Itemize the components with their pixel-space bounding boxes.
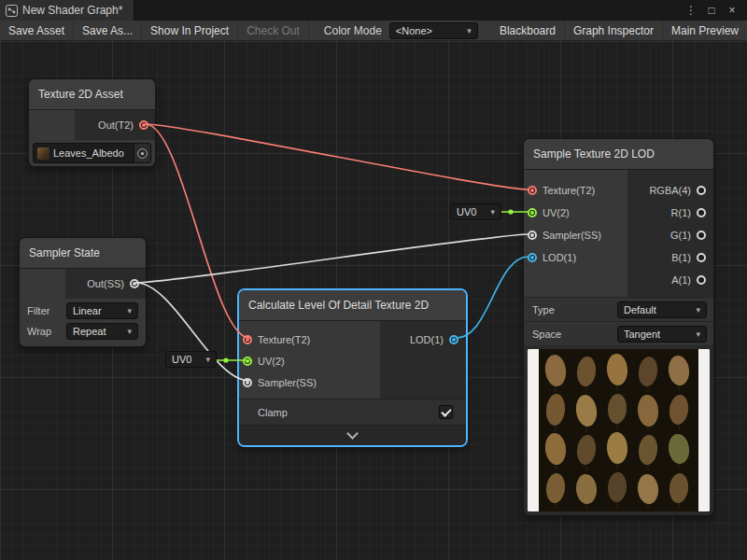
save-as-button[interactable]: Save As... <box>74 21 142 41</box>
type-dropdown[interactable]: Default <box>617 301 707 318</box>
texture-output-port[interactable] <box>139 120 148 130</box>
sampler-input-port[interactable] <box>528 231 537 240</box>
texture-input-port[interactable] <box>528 186 537 195</box>
object-picker-icon <box>137 148 148 159</box>
a-output-port[interactable] <box>697 275 706 285</box>
node-sampler-state[interactable]: Sampler State Out(SS) Filter Linear Wrap… <box>19 237 147 347</box>
blackboard-button[interactable]: Blackboard <box>491 21 565 41</box>
rgba-output-port[interactable] <box>697 186 706 195</box>
title-bar: New Shader Graph* ⋮ □ × <box>0 0 747 21</box>
out-t2-label: Out(T2) <box>98 119 134 131</box>
node-texture-2d-asset[interactable]: Texture 2D Asset Out(T2) Leaves_Albedo <box>28 78 156 167</box>
texture-input-label: Texture(T2) <box>543 185 595 196</box>
graph-inspector-button[interactable]: Graph Inspector <box>565 21 663 41</box>
lod-output-label: LOD(1) <box>410 334 444 345</box>
main-preview-button[interactable]: Main Preview <box>663 21 747 41</box>
filter-dropdown[interactable]: Linear <box>66 302 138 319</box>
texture-input-port[interactable] <box>243 335 252 344</box>
sampler-input-port[interactable] <box>243 378 252 387</box>
node-expander[interactable] <box>239 425 466 445</box>
check-out-button[interactable]: Check Out <box>238 21 309 41</box>
rgba-output-label: RGBA(4) <box>649 185 691 196</box>
clamp-checkbox[interactable] <box>439 405 453 419</box>
texture-input-label: Texture(T2) <box>258 334 310 345</box>
node-title[interactable]: Sample Texture 2D LOD <box>524 139 713 170</box>
close-icon[interactable]: × <box>723 1 741 20</box>
g-output-label: G(1) <box>670 230 691 241</box>
node-sample-texture-2d-lod[interactable]: Sample Texture 2D LOD Texture(T2) UV(2) … <box>523 138 714 516</box>
save-asset-button[interactable]: Save Asset <box>0 21 74 41</box>
wrap-dropdown[interactable]: Repeat <box>66 323 138 340</box>
window-menu-icon[interactable]: ⋮ <box>682 1 700 20</box>
sampler-input-label: Sampler(SS) <box>543 230 601 241</box>
maximize-icon[interactable]: □ <box>702 1 721 20</box>
color-mode-label: Color Mode <box>309 24 389 37</box>
uv-input-label: UV(2) <box>258 356 285 367</box>
texture-thumbnail-icon <box>37 147 49 160</box>
lod-input-label: LOD(1) <box>543 252 576 263</box>
texture-object-name: Leaves_Albedo <box>53 147 134 159</box>
node-title[interactable]: Sampler State <box>20 238 146 269</box>
r-output-port[interactable] <box>697 208 706 217</box>
b-output-port[interactable] <box>697 253 706 262</box>
show-in-project-button[interactable]: Show In Project <box>142 21 238 41</box>
sampler-output-port[interactable] <box>130 279 139 288</box>
texture-object-field[interactable]: Leaves_Albedo <box>33 143 151 163</box>
uv-channel-dropdown-calc[interactable]: UV0 <box>165 351 217 368</box>
g-output-port[interactable] <box>697 231 706 240</box>
node-title[interactable]: Calculate Level Of Detail Texture 2D <box>239 290 466 321</box>
node-title[interactable]: Texture 2D Asset <box>29 79 155 110</box>
sampler-input-label: Sampler(SS) <box>258 377 317 388</box>
filter-label: Filter <box>27 305 66 316</box>
node-calculate-lod-texture-2d[interactable]: Calculate Level Of Detail Texture 2D Tex… <box>238 289 467 446</box>
uv-input-label: UV(2) <box>543 207 570 218</box>
color-mode-dropdown[interactable]: <None> <box>389 22 478 39</box>
space-label: Space <box>532 329 617 340</box>
window-title: New Shader Graph* <box>22 4 122 17</box>
lod-output-port[interactable] <box>449 335 458 344</box>
wrap-label: Wrap <box>27 326 66 337</box>
shader-graph-icon <box>6 5 18 17</box>
b-output-label: B(1) <box>671 252 691 263</box>
a-output-label: A(1) <box>671 274 691 286</box>
window-tab[interactable]: New Shader Graph* <box>0 0 134 21</box>
space-dropdown[interactable]: Tangent <box>617 326 707 343</box>
window-controls: ⋮ □ × <box>682 1 747 20</box>
texture-preview <box>528 349 710 511</box>
clamp-label: Clamp <box>258 407 288 418</box>
lod-input-port[interactable] <box>528 253 537 262</box>
toolbar: Save Asset Save As... Show In Project Ch… <box>0 21 747 41</box>
out-ss-label: Out(SS) <box>87 278 124 289</box>
type-label: Type <box>532 304 617 315</box>
uv-input-port[interactable] <box>243 357 252 366</box>
r-output-label: R(1) <box>671 207 691 218</box>
uv-channel-dropdown-sample[interactable]: UV0 <box>450 203 501 220</box>
object-picker-button[interactable] <box>134 143 150 163</box>
uv-input-port[interactable] <box>528 208 537 217</box>
chevron-down-icon <box>346 427 359 440</box>
